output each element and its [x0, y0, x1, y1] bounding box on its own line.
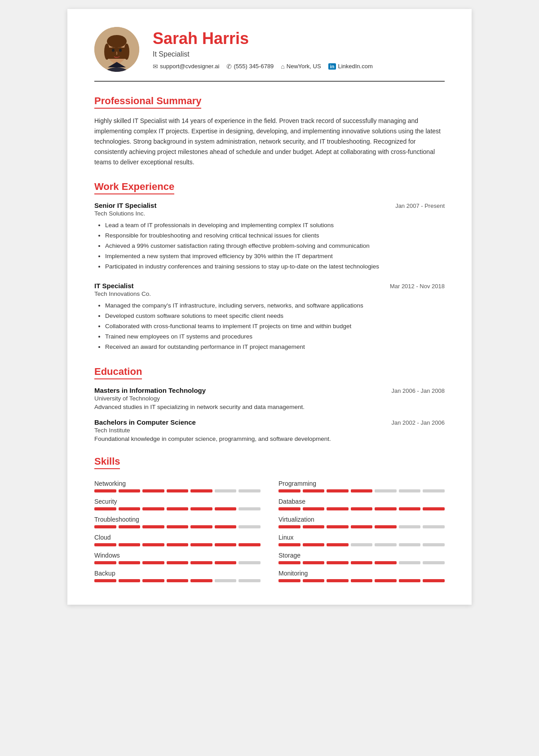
filled-segment: [119, 525, 141, 528]
skill-item-monitoring: Monitoring: [278, 570, 445, 582]
empty-segment: [239, 579, 261, 582]
candidate-title: It Specialist: [153, 50, 445, 58]
skill-bar: [94, 507, 261, 510]
empty-segment: [399, 561, 421, 564]
filled-segment: [190, 561, 212, 564]
empty-segment: [351, 543, 373, 546]
candidate-name: Sarah Harris: [153, 29, 445, 48]
skill-name: Cloud: [94, 534, 261, 541]
summary-section: Professional Summary Highly skilled IT S…: [94, 95, 445, 167]
filled-segment: [167, 507, 189, 510]
filled-segment: [94, 507, 116, 510]
skills-title: Skills: [94, 456, 120, 469]
bullet: Participated in industry conferences and…: [105, 262, 445, 272]
empty-segment: [239, 525, 261, 528]
skill-item-networking: Networking: [94, 480, 261, 492]
filled-segment: [351, 507, 373, 510]
skill-item-linux: Linux: [278, 534, 445, 546]
filled-segment: [167, 489, 189, 492]
skill-bar: [278, 561, 445, 564]
filled-segment: [190, 507, 212, 510]
skill-name: Troubleshooting: [94, 516, 261, 523]
skill-name: Storage: [278, 552, 445, 559]
filled-segment: [278, 489, 300, 492]
email-icon: ✉: [153, 63, 158, 70]
filled-segment: [303, 525, 325, 528]
filled-segment: [215, 543, 237, 546]
experience-section: Work Experience Senior IT Specialist Jan…: [94, 181, 445, 352]
contact-phone: ✆ (555) 345-6789: [226, 63, 274, 70]
contact-list: ✉ support@cvdesigner.ai ✆ (555) 345-6789…: [153, 63, 445, 70]
bullet: Achieved a 99% customer satisfaction rat…: [105, 241, 445, 251]
filled-segment: [142, 543, 164, 546]
empty-segment: [423, 525, 445, 528]
filled-segment: [327, 507, 349, 510]
filled-segment: [94, 543, 116, 546]
empty-segment: [399, 543, 421, 546]
skill-item-backup: Backup: [94, 570, 261, 582]
edu-0-desc: Advanced studies in IT specializing in n…: [94, 404, 445, 410]
experience-title: Work Experience: [94, 181, 174, 194]
skill-name: Programming: [278, 480, 445, 487]
filled-segment: [94, 579, 116, 582]
skill-name: Networking: [94, 480, 261, 487]
skill-name: Linux: [278, 534, 445, 541]
skill-bar: [278, 543, 445, 546]
header-section: Sarah Harris It Specialist ✉ support@cvd…: [94, 27, 445, 82]
filled-segment: [167, 543, 189, 546]
filled-segment: [327, 543, 349, 546]
skill-name: Database: [278, 498, 445, 505]
filled-segment: [167, 561, 189, 564]
skill-item-programming: Programming: [278, 480, 445, 492]
skill-bar: [94, 525, 261, 528]
skill-name: Monitoring: [278, 570, 445, 577]
skill-bar: [94, 561, 261, 564]
filled-segment: [327, 525, 349, 528]
avatar: [94, 27, 139, 72]
filled-segment: [142, 507, 164, 510]
filled-segment: [375, 561, 397, 564]
education-title: Education: [94, 366, 142, 379]
job-1-date: Mar 2012 - Nov 2018: [390, 283, 445, 290]
edu-0: Masters in Information Technology Jan 20…: [94, 387, 445, 410]
job-0-date: Jan 2007 - Present: [395, 202, 445, 209]
linkedin-icon: in: [328, 63, 336, 70]
skill-bar: [278, 525, 445, 528]
skill-item-troubleshooting: Troubleshooting: [94, 516, 261, 528]
filled-segment: [94, 489, 116, 492]
filled-segment: [142, 489, 164, 492]
job-0: Senior IT Specialist Jan 2007 - Present …: [94, 202, 445, 272]
filled-segment: [190, 579, 212, 582]
job-1-company: Tech Innovations Co.: [94, 290, 445, 297]
skill-name: Windows: [94, 552, 261, 559]
filled-segment: [327, 561, 349, 564]
skills-grid: NetworkingProgrammingSecurityDatabaseTro…: [94, 480, 445, 582]
empty-segment: [399, 489, 421, 492]
job-0-bullets: Lead a team of IT professionals in devel…: [94, 220, 445, 272]
phone-icon: ✆: [226, 63, 232, 70]
filled-segment: [215, 525, 237, 528]
header-info: Sarah Harris It Specialist ✉ support@cvd…: [153, 29, 445, 70]
filled-segment: [278, 507, 300, 510]
empty-segment: [239, 507, 261, 510]
filled-segment: [119, 507, 141, 510]
job-1-header: IT Specialist Mar 2012 - Nov 2018: [94, 282, 445, 290]
filled-segment: [119, 489, 141, 492]
skill-name: Security: [94, 498, 261, 505]
filled-segment: [303, 561, 325, 564]
bullet: Responsible for troubleshooting and reso…: [105, 231, 445, 241]
filled-segment: [303, 489, 325, 492]
filled-segment: [119, 561, 141, 564]
skill-name: Virtualization: [278, 516, 445, 523]
filled-segment: [278, 579, 300, 582]
filled-segment: [351, 489, 373, 492]
job-0-company: Tech Solutions Inc.: [94, 210, 445, 217]
education-section: Education Masters in Information Technol…: [94, 366, 445, 442]
edu-1-school: Tech Institute: [94, 427, 445, 434]
filled-segment: [327, 579, 349, 582]
filled-segment: [142, 579, 164, 582]
edu-1: Bachelors in Computer Science Jan 2002 -…: [94, 418, 445, 442]
empty-segment: [423, 561, 445, 564]
bullet: Received an award for outstanding perfor…: [105, 342, 445, 352]
summary-title: Professional Summary: [94, 95, 201, 109]
